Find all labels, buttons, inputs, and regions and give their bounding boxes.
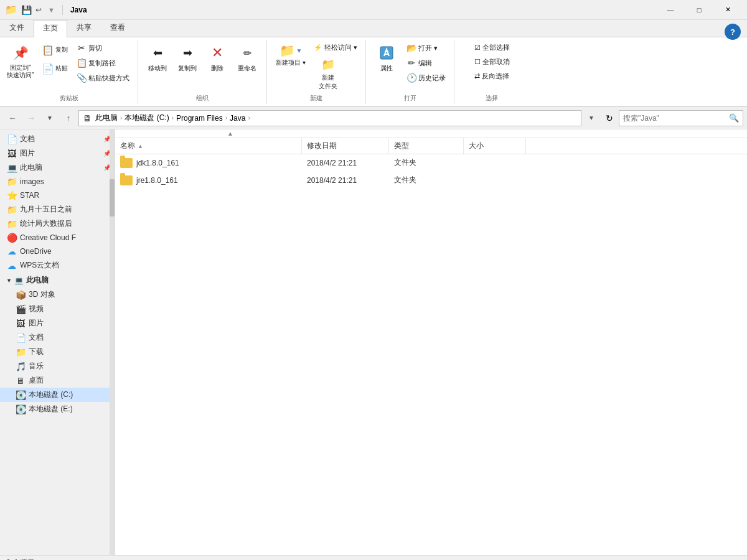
new-folder-button[interactable]: 📁 新建文件夹 [311,55,345,93]
images-icon: 📁 [6,177,17,187]
new-item-icon-area: 📁 ▼ [280,43,303,58]
cut-button[interactable]: ✂ 剪切 [73,41,133,55]
docs2-icon: 📄 [15,333,26,343]
col-header-date[interactable]: 修改日期 [302,138,389,154]
sidebar-item-video[interactable]: 🎬 视频 [0,302,115,316]
item-count: 2 个项目 [6,558,35,560]
pin-to-quickaccess-button[interactable]: 📌 固定到"快速访问" [5,41,36,81]
sidebar-item-docs2[interactable]: 📄 文档 [0,330,115,345]
tab-home[interactable]: 主页 [34,20,67,37]
sidebar-item-downloads[interactable]: 📁 下载 [0,345,115,359]
copy-to-button[interactable]: ➡ 复制到 [173,41,202,78]
copy-button[interactable]: 📋 复制 [37,41,72,58]
table-row[interactable]: jre1.8.0_161 2018/4/2 21:21 文件夹 [115,172,747,189]
sidebar-item-creativecloud[interactable]: 🔴 Creative Cloud F [0,231,115,245]
invert-select-button[interactable]: ⇄ 反向选择 [471,70,513,83]
dropdown-icon[interactable]: ▼ [48,6,55,14]
breadcrumb-c[interactable]: 本地磁盘 (C:) [125,113,169,123]
wps-label: WPS云文档 [20,260,59,271]
undo-icon[interactable]: ↩ [35,6,42,14]
easy-access-button[interactable]: ⚡ 轻松访问 ▾ [311,41,360,54]
address-bar[interactable]: 🖥 此电脑 › 本地磁盘 (C:) › Program Files › Java… [78,110,581,126]
file-type-cell-0: 文件夹 [389,154,464,171]
sidebar-item-pic2[interactable]: 🖼 图片 [0,316,115,330]
organize-content: ⬅ 移动到 ➡ 复制到 ✕ 删除 ✏ 重命名 [143,41,261,93]
thispc-header[interactable]: ▼ 💻 此电脑 [0,273,115,287]
delete-icon: ✕ [207,43,227,63]
invert-select-label: ⇄ 反向选择 [474,72,509,81]
e-drive-icon: 💽 [15,404,26,414]
back-button[interactable]: ← [4,110,21,126]
rename-button[interactable]: ✏ 重命名 [233,41,261,78]
breadcrumb-java[interactable]: Java [230,114,245,123]
sidebar-scrollbar-thumb[interactable] [110,179,115,217]
sidebar-item-images[interactable]: 📁 images [0,175,115,189]
search-icon[interactable]: 🔍 [729,113,739,123]
move-to-button[interactable]: ⬅ 移动到 [143,41,172,78]
easy-access-label: ⚡ 轻松访问 ▾ [314,43,357,52]
table-row[interactable]: jdk1.8.0_161 2018/4/2 21:21 文件夹 [115,154,747,172]
col-header-type[interactable]: 类型 [389,138,464,154]
open-button[interactable]: 📂 打开 ▾ [403,41,449,55]
clipboard-actions-col: ✂ 剪切 📋 复制路径 📎 粘贴快捷方式 [73,41,133,85]
sidebar-item-star[interactable]: ⭐ STAR [0,189,115,202]
properties-button[interactable]: 属性 [371,41,402,78]
new-item-label: 新建项目 ▾ [276,59,306,67]
sidebar-item-onedrive[interactable]: ☁ OneDrive [0,245,115,258]
sidebar-item-music[interactable]: 🎵 音乐 [0,359,115,373]
separator [62,5,63,15]
save-icon[interactable]: 💾 [21,5,32,15]
sidebar-item-e-drive[interactable]: 💽 本地磁盘 (E:) [0,402,115,416]
e-drive-label: 本地磁盘 (E:) [29,404,73,414]
search-bar[interactable]: 🔍 [619,110,743,126]
new-item-button[interactable]: 📁 ▼ 新建项目 ▾ [272,41,309,78]
sidebar-scrollbar[interactable] [110,129,115,555]
edit-button[interactable]: ✏ 编辑 [403,56,449,70]
paste-shortcut-icon: 📎 [77,73,87,83]
tab-share[interactable]: 共享 [67,19,101,37]
paste-shortcut-button[interactable]: 📎 粘贴快捷方式 [73,71,133,85]
col-header-size[interactable]: 大小 [464,138,526,154]
sort-up-arrow: ▲ [227,130,233,137]
breadcrumb-pc[interactable]: 此电脑 [95,113,118,123]
up-button[interactable]: ↑ [60,110,77,126]
delete-button[interactable]: ✕ 删除 [203,41,232,78]
organize-group: ⬅ 移动到 ➡ 复制到 ✕ 删除 ✏ 重命名 组织 [138,40,267,104]
sidebar-item-pictures[interactable]: 🖼 图片 📌 [0,146,115,161]
dropdown-address-button[interactable]: ▼ [583,110,600,126]
deselect-all-button[interactable]: ☐ 全部取消 [471,55,513,68]
select-all-button[interactable]: ☑ 全部选择 [471,41,513,54]
sidebar-item-thispc-quick[interactable]: 💻 此电脑 📌 [0,161,115,175]
refresh-button[interactable]: ↻ [601,110,618,126]
search-input[interactable] [623,114,726,123]
help-button[interactable]: ? [725,24,741,40]
select-group: ☑ 全部选择 ☐ 全部取消 ⇄ 反向选择 选择 [454,40,529,104]
copy-path-button[interactable]: 📋 复制路径 [73,56,133,70]
dropdown-nav-button[interactable]: ▼ [41,110,59,126]
paste-button[interactable]: 📄 粘贴 [37,60,72,77]
sidebar-item-3d[interactable]: 📦 3D 对象 [0,287,115,302]
tab-view[interactable]: 查看 [101,19,134,37]
maximize-button[interactable]: □ [685,0,713,20]
sidebar-item-c-drive[interactable]: 💽 本地磁盘 (C:) [0,388,115,402]
folder-icon-0 [120,158,133,168]
breadcrumb-icon: 🖥 [83,113,92,123]
sidebar-item-wps[interactable]: ☁ WPS云文档 [0,258,115,273]
sidebar-item-sept[interactable]: 📁 九月十五日之前 [0,202,115,217]
sort-indicator-row: ▲ [115,129,747,138]
onedrive-label: OneDrive [20,247,52,256]
documents-label: 文档 [20,134,35,144]
forward-button[interactable]: → [22,110,40,126]
tab-file[interactable]: 文件 [0,19,34,37]
sidebar-item-desktop[interactable]: 🖥 桌面 [0,373,115,388]
minimize-button[interactable]: — [656,0,685,20]
sidebar-item-stats[interactable]: 📁 统计局大数据后 [0,217,115,231]
sidebar-item-documents[interactable]: 📄 文档 📌 [0,132,115,146]
history-button[interactable]: 🕐 历史记录 [403,71,449,85]
breadcrumb-programfiles[interactable]: Program Files [176,114,223,123]
sep3: › [225,114,227,121]
music-icon: 🎵 [15,362,26,371]
close-button[interactable]: ✕ [713,0,742,20]
window-controls: — □ ✕ [656,0,742,20]
col-header-name[interactable]: 名称 ▲ [115,138,302,154]
